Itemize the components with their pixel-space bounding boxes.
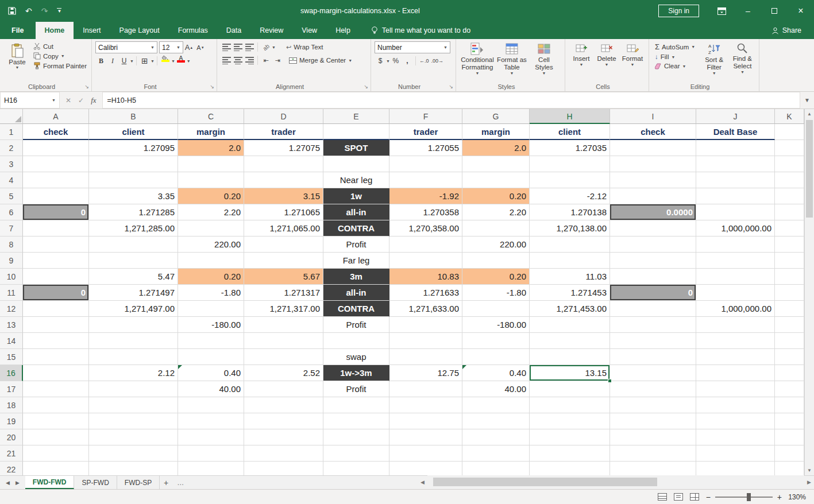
cell-J6[interactable] — [696, 204, 775, 220]
vertical-scrollbar[interactable]: ▲ ▼ — [804, 109, 814, 475]
cell-K20[interactable] — [775, 429, 804, 445]
cell-H7[interactable]: 1,270,138.00 — [530, 220, 610, 237]
fill-color-dropdown-icon[interactable]: ▼ — [171, 59, 175, 63]
sheet-next-icon[interactable]: ▶ — [16, 480, 20, 486]
cell-B4[interactable] — [89, 172, 178, 188]
cell-I3[interactable] — [610, 156, 696, 172]
cell-I9[interactable] — [610, 253, 696, 269]
align-center-icon[interactable] — [232, 55, 244, 66]
cell-E16[interactable]: 1w->3m — [323, 365, 389, 381]
row-header-5[interactable]: 5 — [0, 188, 23, 204]
cell-D5[interactable]: 3.15 — [244, 188, 323, 204]
cell-C7[interactable] — [178, 220, 244, 237]
cell-F11[interactable]: 1.271633 — [389, 285, 462, 301]
borders-icon[interactable]: ⊞ — [139, 55, 151, 67]
cell-F9[interactable] — [389, 253, 462, 269]
cell-G13[interactable]: -180.00 — [462, 317, 530, 333]
cell-F22[interactable] — [389, 462, 462, 475]
font-size-select[interactable]: 12▼ — [159, 41, 183, 53]
cancel-icon[interactable]: ✕ — [65, 96, 71, 104]
row-header-3[interactable]: 3 — [0, 156, 23, 172]
cell-K9[interactable] — [775, 253, 804, 269]
cell-F19[interactable] — [389, 413, 462, 429]
accounting-format-button[interactable]: $ — [375, 55, 386, 67]
row-header-9[interactable]: 9 — [0, 253, 23, 269]
font-color-dropdown-icon[interactable]: ▼ — [187, 59, 191, 63]
cell-K17[interactable] — [775, 381, 804, 397]
cell-F18[interactable] — [389, 397, 462, 413]
cell-A22[interactable] — [23, 462, 89, 475]
cell-B15[interactable] — [89, 349, 178, 365]
cell-K14[interactable] — [775, 333, 804, 349]
cell-B16[interactable]: 2.12 — [89, 365, 178, 381]
cell-J1[interactable]: Dealt Base — [696, 124, 775, 140]
cell-J16[interactable] — [696, 365, 775, 381]
format-painter-button[interactable]: Format Painter — [31, 61, 89, 71]
cell-F14[interactable] — [389, 333, 462, 349]
cell-C19[interactable] — [178, 413, 244, 429]
align-right-icon[interactable] — [244, 55, 255, 66]
cell-A20[interactable] — [23, 429, 89, 445]
cell-E12[interactable]: CONTRA — [323, 301, 389, 317]
cell-G6[interactable]: 2.20 — [462, 204, 530, 220]
minimize-button[interactable]: – — [735, 0, 761, 22]
cell-J20[interactable] — [696, 429, 775, 445]
row-header-8[interactable]: 8 — [0, 237, 23, 253]
cell-C21[interactable] — [178, 445, 244, 462]
cell-K21[interactable] — [775, 445, 804, 462]
cell-H3[interactable] — [530, 156, 610, 172]
cell-I8[interactable] — [610, 237, 696, 253]
normal-view-icon[interactable] — [658, 493, 667, 501]
align-left-icon[interactable] — [221, 55, 232, 66]
cell-F21[interactable] — [389, 445, 462, 462]
cell-A5[interactable] — [23, 188, 89, 204]
decrease-decimal-icon[interactable]: .00→ — [430, 55, 445, 67]
row-header-12[interactable]: 12 — [0, 301, 23, 317]
scroll-right-icon[interactable]: ▶ — [804, 479, 814, 485]
row-header-13[interactable]: 13 — [0, 317, 23, 333]
cell-D19[interactable] — [244, 413, 323, 429]
row-header-14[interactable]: 14 — [0, 333, 23, 349]
ribbon-tab-home[interactable]: Home — [36, 22, 74, 39]
cell-G8[interactable]: 220.00 — [462, 237, 530, 253]
number-format-select[interactable]: Number▼ — [375, 41, 450, 53]
cell-F5[interactable]: -1.92 — [389, 188, 462, 204]
cell-B7[interactable]: 1,271,285.00 — [89, 220, 178, 237]
italic-button[interactable]: I — [107, 55, 118, 67]
cell-F2[interactable]: 1.27055 — [389, 140, 462, 156]
cell-E10[interactable]: 3m — [323, 269, 389, 285]
cell-I2[interactable] — [610, 140, 696, 156]
cell-A4[interactable] — [23, 172, 89, 188]
cell-A7[interactable] — [23, 220, 89, 237]
delete-cells-button[interactable]: Delete ▼ — [594, 41, 619, 81]
cell-F1[interactable]: trader — [389, 124, 462, 140]
format-as-table-button[interactable]: Format as Table ▼ — [495, 41, 528, 81]
increase-indent-icon[interactable]: ⇥ — [272, 55, 283, 66]
cell-E17[interactable]: Profit — [323, 381, 389, 397]
cell-F16[interactable]: 12.75 — [389, 365, 462, 381]
cell-F13[interactable] — [389, 317, 462, 333]
cell-G11[interactable]: -1.80 — [462, 285, 530, 301]
row-header-20[interactable]: 20 — [0, 429, 23, 445]
sheet-tab-sp-fwd[interactable]: SP-FWD — [74, 476, 117, 489]
copy-button[interactable]: Copy ▼ — [31, 51, 89, 61]
cell-H4[interactable] — [530, 172, 610, 188]
cell-G18[interactable] — [462, 397, 530, 413]
scroll-down-icon[interactable]: ▼ — [805, 466, 814, 475]
zoom-out-icon[interactable]: − — [706, 493, 711, 502]
cell-D11[interactable]: 1.271317 — [244, 285, 323, 301]
cell-H20[interactable] — [530, 429, 610, 445]
cell-A10[interactable] — [23, 269, 89, 285]
sheet-tab-fwd-sp[interactable]: FWD-SP — [117, 476, 160, 489]
cell-C20[interactable] — [178, 429, 244, 445]
cell-D4[interactable] — [244, 172, 323, 188]
cell-C17[interactable]: 40.00 — [178, 381, 244, 397]
cell-A16[interactable] — [23, 365, 89, 381]
cell-I4[interactable] — [610, 172, 696, 188]
cell-C2[interactable]: 2.0 — [178, 140, 244, 156]
cell-G17[interactable]: 40.00 — [462, 381, 530, 397]
ribbon-tab-insert[interactable]: Insert — [74, 22, 110, 39]
row-header-17[interactable]: 17 — [0, 381, 23, 397]
cell-C4[interactable] — [178, 172, 244, 188]
cell-D9[interactable] — [244, 253, 323, 269]
